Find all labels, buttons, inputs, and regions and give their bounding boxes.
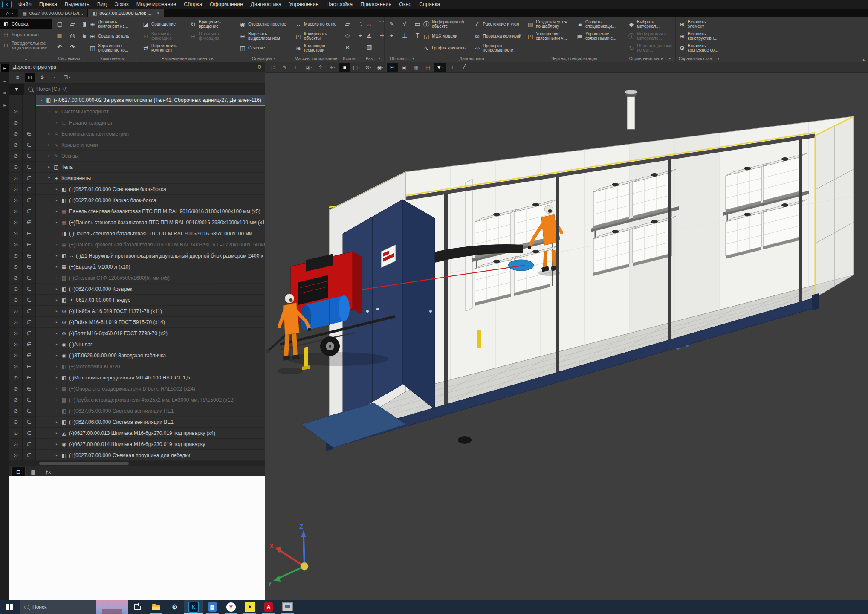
menu-item-9[interactable]: Диагностика [247,0,285,8]
document-tab-1[interactable]: ▤0627.00.00.000 ВО Бл... [18,9,87,17]
tree-row-body[interactable]: ▸◭(-)0627.00.00.013 Шпилька М16-6gx270.0… [36,428,265,439]
clip-sketch-button[interactable]: ▤ [422,63,434,72]
roughness-button[interactable]: √ [399,18,411,30]
frame-tolerance-button[interactable]: ▭ [411,18,420,30]
linked-specs-button[interactable]: ▤Управление связанными с... [575,30,623,42]
ribbon-group-label[interactable]: Раз...▼ [362,55,384,62]
tree-row[interactable]: ⊘▾⌖Системы координат [9,106,265,117]
sketch-button[interactable]: ✎ [279,63,290,72]
ribbon-mode-1[interactable]: ◧Сборка [0,19,52,29]
expand-closed-icon[interactable]: ▸ [55,420,59,424]
eye-hidden-icon[interactable]: ⊘ [9,272,23,284]
ribbon-group-label[interactable]: Размещение компонентов [139,55,236,62]
ribbon-collapse-icon[interactable]: ▴ [862,57,865,61]
plane-offset-button[interactable]: ▱ [341,18,353,30]
linked-drawings-button[interactable]: ◳Управление связанными ч... [525,30,574,42]
expand-closed-icon[interactable]: ▸ [55,331,59,335]
menu-item-5[interactable]: Эскиз [110,0,132,8]
cut-extrude-button[interactable]: ⊖Вырезать выдавливанием [237,30,289,42]
expand-open-icon[interactable]: ▾ [39,98,43,102]
tree-row-body[interactable]: ▸◉(-)0627.00.00.014 Шпилька М16-6gx230.0… [36,439,265,450]
yandex-browser-taskbar-button[interactable]: Y [222,600,240,614]
redo-button[interactable]: ↷ [67,41,78,53]
section-view-button[interactable]: ◉▾ [375,63,386,72]
plane-through-button[interactable]: ◇ [341,30,353,41]
eye-visible-icon[interactable]: ⊙ [9,317,23,328]
taskbar-search-input[interactable] [32,604,80,611]
ribbon-group-label[interactable]: Обознач...▼ [385,55,420,62]
expand-closed-icon[interactable]: ▸ [55,376,59,379]
modes-collapse-icon[interactable]: ▾ [0,58,52,62]
eye-visible-icon[interactable]: ⊙ [9,162,23,173]
list-view-icon[interactable]: ≡ [13,73,22,82]
tree-row[interactable]: ⊙∈▸◧∷(-)Д1 Наружный противопожарный двуп… [9,250,265,261]
tree-row-body[interactable]: ▸▦(+)Труба снегозадерживателя 45x25x2 мм… [36,394,265,405]
save-as-button[interactable]: ▤ [79,30,86,41]
tree-row[interactable]: ⊙∈▸◉(-)ЗТ.0626.00.00.000 Заводская табли… [9,350,265,361]
calculator-taskbar-button[interactable]: ▦ [203,600,222,614]
ribbon-mode-2[interactable]: ▤Управление [0,29,52,40]
menu-item-14[interactable]: Справка [415,0,444,8]
tree-row[interactable]: ⊙∈▾⊞Компоненты [9,173,265,184]
eye-visible-icon[interactable]: ⊙ [9,372,23,383]
mate-button[interactable]: ◪Совпадение [141,18,187,30]
tree-row-body[interactable]: ▸▦(+)Опора снегозадерживателя D-bork, RA… [36,383,265,394]
expand-closed-icon[interactable]: ▸ [55,287,59,291]
datum-button[interactable]: ⊥ [399,30,411,41]
app-logo-icon[interactable]: К [2,1,12,8]
eye-visible-icon[interactable]: ⊙ [9,306,23,317]
tree-panel-icon[interactable]: ⊟ [1,64,9,72]
eye-visible-icon[interactable]: ⊙ [9,328,23,339]
add-component-button[interactable]: ⊕Добавить компонент из... [87,18,138,30]
eye-hidden-icon[interactable]: ⊘ [9,383,23,394]
eye-visible-icon[interactable]: ⊙ [9,295,23,306]
expand-closed-icon[interactable]: ▸ [55,309,59,313]
menu-item-4[interactable]: Вид [93,0,111,8]
eye-visible-icon[interactable]: ⊙ [9,217,23,228]
expand-open-icon[interactable]: ▾ [47,110,51,113]
select-material-button[interactable]: ◆Выбрать материал... [626,18,674,30]
tree-row[interactable]: ⊙∈▸◧✦0627.03.00.000 Пандус [9,295,265,306]
fix-off-button[interactable]: ⊟Отключить фиксацию [188,30,234,42]
tree-row-body[interactable]: ▸▦Панель стеновая базальтовая ПТС ПП М R… [36,206,265,217]
tree-row-body[interactable]: ▸◧∷(-)Д1 Наружный противопожарный двупол… [36,250,265,261]
tree-tab-fx[interactable]: ƒx [41,467,55,477]
tree-row[interactable]: ⊙∈▸◧(+)0627.06.00.000 Система вентиляции… [9,417,265,428]
ribbon-group-label[interactable]: Массив, копирование [292,55,340,62]
explorer-taskbar-button[interactable] [147,600,165,614]
menu-item-13[interactable]: Окно [395,0,415,8]
eye-visible-icon[interactable]: ⊙ [9,450,23,461]
close-icon[interactable]: × [157,10,160,16]
taskbar-search[interactable] [20,600,96,614]
hole-simple-button[interactable]: ◉Отверстие простое [237,18,289,30]
tree-row[interactable]: ⊘▸∟Начало координат [9,117,265,128]
object-info-button[interactable]: ⓘИнформация об объекте [421,18,472,30]
expand-closed-icon[interactable]: ▸ [55,342,59,346]
layers-panel-icon[interactable]: ≡ [1,77,9,84]
tree-row-body[interactable]: ▸◫Тела [36,162,265,173]
tree-row[interactable]: ⊘∈▸▧(-)Стеллаж СТФ 1200x500x1600(h) мм (… [9,272,265,284]
eye-visible-icon[interactable]: ⊙ [9,173,23,184]
dim-hand-button[interactable]: ✛ [376,30,384,41]
menu-item-11[interactable]: Настройка [323,0,357,8]
expand-closed-icon[interactable]: ▸ [47,165,51,169]
tree-row[interactable]: ⊙∈▸◧(+)0627.04.00.000 Козырек [9,284,265,295]
eye-hidden-icon[interactable]: ⊘ [9,394,23,405]
tree-row[interactable]: ⊙∈▸⊛(-)Шайба А.16.019 ГОСТ 11371-78 (x11… [9,306,265,317]
tree-row-body[interactable]: ▸◧✦0627.03.00.000 Пандус [36,295,265,306]
copy-objects-button[interactable]: ◰Копировать объекты [293,30,339,42]
tree-row[interactable]: ⊘∈▸◧(+)0627.05.00.000 Система вентиляции… [9,405,265,417]
tree-hscroll-thumb[interactable] [39,462,129,465]
picker-button[interactable]: ╱ [458,63,469,72]
expand-closed-icon[interactable]: ▸ [55,442,59,446]
tree-row[interactable]: ⊙∈▸◧(+)0627.07.00.000 Съемная проушина д… [9,450,265,461]
tree-row-body[interactable]: ▸▦(+)Панель стеновая базальтовая ПТС ПП … [36,217,265,228]
material-info-button[interactable]: ⓘИнформация о материале... [626,30,674,42]
eye-visible-icon[interactable]: ⊙ [9,250,23,261]
task-view-taskbar-button[interactable] [128,600,147,614]
expand-closed-icon[interactable]: ▸ [55,209,59,213]
tree-hscrollbar[interactable] [9,461,265,466]
kompas-taskbar-button[interactable]: К [184,600,203,614]
drag-handle-button[interactable]: ∷ [267,63,278,72]
move-component-button[interactable]: ⇄Переместить компонент [141,42,187,54]
